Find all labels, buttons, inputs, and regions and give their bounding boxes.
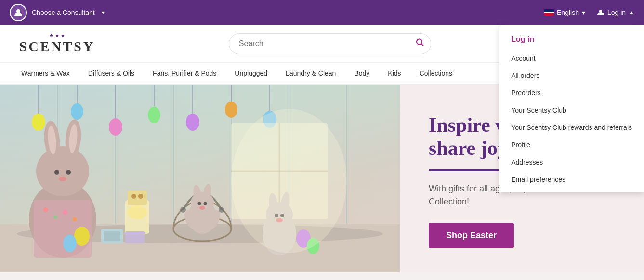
login-label: Log in (607, 9, 626, 16)
dropdown-email-prefs[interactable]: Email preferences (499, 171, 644, 188)
consultant-avatar (10, 4, 27, 21)
svg-rect-66 (125, 231, 145, 243)
language-selector[interactable]: English ▾ (544, 9, 585, 16)
user-icon (597, 9, 605, 16)
svg-point-51 (128, 205, 147, 219)
dropdown-scentsy-club[interactable]: Your Scentsy Club (499, 102, 644, 119)
nav-laundry-clean[interactable]: Laundry & Clean (284, 63, 338, 84)
nav-warmers-wax[interactable]: Warmers & Wax (19, 63, 72, 84)
svg-point-39 (54, 170, 59, 175)
svg-point-24 (71, 103, 83, 120)
chevron-down-icon: ▾ (102, 9, 105, 16)
svg-point-44 (53, 215, 57, 219)
consultant-label: Choose a Consultant (32, 9, 95, 16)
svg-point-27 (186, 114, 199, 131)
nav-kids[interactable]: Kids (386, 63, 403, 84)
svg-point-0 (16, 9, 20, 13)
dropdown-account[interactable]: Account (499, 50, 644, 67)
consultant-selector[interactable]: Choose a Consultant ▾ (10, 4, 105, 21)
search-button[interactable] (416, 38, 424, 49)
svg-point-78 (231, 109, 347, 253)
dropdown-profile[interactable]: Profile (499, 136, 644, 153)
svg-point-60 (204, 202, 207, 205)
svg-rect-65 (104, 231, 120, 241)
svg-point-23 (32, 114, 45, 131)
svg-point-26 (148, 107, 160, 123)
dropdown-all-orders[interactable]: All orders (499, 67, 644, 84)
nav-collections[interactable]: Collections (418, 63, 454, 84)
nav-body[interactable]: Body (352, 63, 371, 84)
search-icon (416, 38, 424, 47)
site-logo: SCENTSY (19, 39, 95, 54)
svg-point-46 (73, 217, 77, 221)
logo-area[interactable]: ★ ★ ★ SCENTSY (19, 33, 95, 54)
search-bar (229, 33, 431, 54)
svg-point-53 (180, 207, 186, 213)
hero-divider (429, 169, 506, 171)
svg-point-28 (225, 102, 237, 118)
nav-fans-purifier[interactable]: Fans, Purifier & Pods (151, 63, 218, 84)
svg-point-2 (417, 39, 422, 44)
svg-line-3 (421, 44, 423, 46)
dropdown-rewards-referrals[interactable]: Your Scentsy Club rewards and referrals (499, 119, 644, 136)
logo-stars: ★ ★ ★ (49, 33, 65, 38)
nav-unplugged[interactable]: Unplugged (233, 63, 269, 84)
svg-point-50 (138, 194, 143, 199)
svg-point-34 (36, 146, 89, 196)
svg-point-54 (219, 207, 224, 213)
svg-point-75 (63, 235, 77, 252)
top-right-area: English ▾ Log in ▲ Log in Account All or… (544, 9, 634, 16)
hero-image (0, 85, 400, 272)
hero-headline-line2: share joy (429, 137, 508, 159)
flag-icon (544, 9, 554, 16)
svg-point-25 (109, 118, 122, 136)
dropdown-login[interactable]: Log in (499, 29, 644, 50)
svg-point-45 (63, 210, 67, 215)
dropdown-preorders[interactable]: Preorders (499, 84, 644, 102)
hero-illustration (0, 85, 400, 272)
search-input[interactable] (229, 33, 431, 54)
svg-point-61 (199, 206, 205, 210)
svg-point-43 (43, 207, 48, 212)
shop-easter-button[interactable]: Shop Easter (429, 223, 514, 248)
svg-point-41 (59, 177, 66, 181)
top-bar: Choose a Consultant ▾ English ▾ Log in ▲… (0, 0, 644, 25)
svg-rect-48 (128, 191, 147, 205)
login-button[interactable]: Log in ▲ (597, 9, 634, 16)
nav-diffusers-oils[interactable]: Diffusers & Oils (86, 63, 136, 84)
login-caret-icon: ▲ (629, 9, 634, 16)
lang-chevron-icon: ▾ (582, 9, 585, 16)
svg-point-59 (198, 202, 201, 205)
language-label: English (557, 9, 579, 16)
svg-point-40 (66, 170, 71, 175)
dropdown-addresses[interactable]: Addresses (499, 153, 644, 171)
svg-point-49 (131, 194, 136, 199)
account-dropdown: Log in Account All orders Preorders Your… (499, 25, 644, 192)
